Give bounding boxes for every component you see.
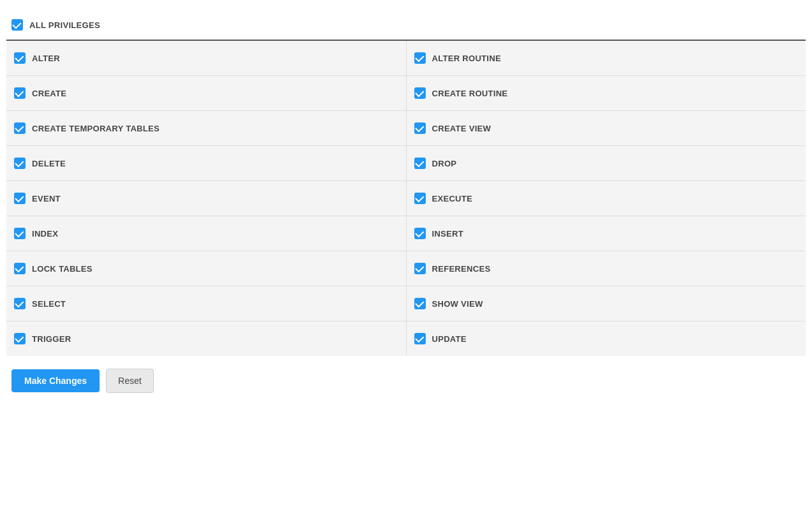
privilege-label-left-1: CREATE — [32, 89, 66, 98]
privilege-checkbox-left-4[interactable] — [14, 193, 26, 204]
table-row: CREATE TEMPORARY TABLESCREATE VIEW — [6, 111, 806, 146]
privilege-checkbox-right-0[interactable] — [414, 52, 426, 64]
privilege-checkbox-left-8[interactable] — [14, 333, 26, 344]
privilege-checkbox-wrapper-right-2: CREATE VIEW — [414, 122, 492, 134]
privilege-checkbox-right-5[interactable] — [414, 228, 426, 239]
privilege-cell-left-8: TRIGGER — [6, 321, 407, 356]
privilege-cell-left-0: ALTER — [6, 41, 407, 75]
table-row: INDEXINSERT — [6, 216, 806, 251]
table-row: DELETEDROP — [6, 146, 806, 181]
privilege-checkbox-wrapper-left-0: ALTER — [14, 52, 60, 64]
privilege-checkbox-right-6[interactable] — [414, 263, 426, 274]
privilege-label-left-7: SELECT — [32, 299, 66, 309]
privilege-label-right-5: INSERT — [432, 229, 463, 239]
privilege-checkbox-right-2[interactable] — [414, 122, 426, 134]
privilege-cell-right-8: UPDATE — [407, 321, 806, 356]
privilege-cell-right-7: SHOW VIEW — [407, 286, 806, 321]
privilege-label-left-5: INDEX — [32, 229, 58, 239]
privilege-label-left-0: ALTER — [32, 54, 60, 63]
privilege-checkbox-wrapper-right-6: REFERENCES — [414, 263, 491, 274]
table-row: SELECTSHOW VIEW — [6, 286, 806, 321]
privilege-checkbox-left-3[interactable] — [14, 158, 26, 169]
privilege-cell-right-3: DROP — [407, 146, 806, 180]
privilege-checkbox-wrapper-left-3: DELETE — [14, 158, 66, 169]
privilege-label-right-1: CREATE ROUTINE — [432, 89, 508, 98]
all-privileges-checkbox[interactable] — [11, 19, 23, 31]
privilege-checkbox-left-5[interactable] — [14, 228, 26, 239]
privilege-label-right-7: SHOW VIEW — [432, 299, 483, 309]
privilege-cell-left-6: LOCK TABLES — [6, 251, 407, 286]
privilege-label-left-8: TRIGGER — [32, 334, 71, 344]
privilege-checkbox-left-6[interactable] — [14, 263, 26, 274]
privilege-cell-right-0: ALTER ROUTINE — [407, 41, 806, 75]
privilege-label-right-6: REFERENCES — [432, 264, 491, 274]
privilege-checkbox-right-4[interactable] — [414, 193, 426, 204]
privilege-checkbox-right-1[interactable] — [414, 87, 426, 99]
privileges-grid: ALTERALTER ROUTINECREATECREATE ROUTINECR… — [6, 41, 806, 356]
privilege-cell-left-7: SELECT — [6, 286, 407, 321]
privilege-label-left-6: LOCK TABLES — [32, 264, 93, 274]
privilege-cell-left-4: EVENT — [6, 181, 407, 216]
page-container: ALL PRIVILEGES ALTERALTER ROUTINECREATEC… — [0, 0, 812, 523]
reset-button[interactable]: Reset — [106, 369, 154, 393]
table-row: EVENTEXECUTE — [6, 181, 806, 216]
privilege-checkbox-left-1[interactable] — [14, 87, 26, 99]
privilege-checkbox-wrapper-left-7: SELECT — [14, 298, 66, 309]
privilege-cell-right-6: REFERENCES — [407, 251, 806, 286]
privilege-label-right-2: CREATE VIEW — [432, 124, 492, 133]
privilege-label-right-3: DROP — [432, 159, 457, 168]
privilege-checkbox-wrapper-left-8: TRIGGER — [14, 333, 71, 344]
privilege-checkbox-wrapper-right-4: EXECUTE — [414, 193, 473, 204]
privilege-cell-left-5: INDEX — [6, 216, 407, 251]
privilege-checkbox-wrapper-left-2: CREATE TEMPORARY TABLES — [14, 122, 160, 134]
privilege-checkbox-wrapper-right-0: ALTER ROUTINE — [414, 52, 501, 64]
privilege-cell-left-2: CREATE TEMPORARY TABLES — [6, 111, 407, 145]
privilege-label-left-4: EVENT — [32, 194, 61, 203]
privilege-checkbox-wrapper-right-3: DROP — [414, 158, 457, 169]
privilege-label-left-3: DELETE — [32, 159, 66, 168]
privilege-label-right-4: EXECUTE — [432, 194, 473, 203]
privilege-cell-right-1: CREATE ROUTINE — [407, 76, 806, 110]
privilege-checkbox-left-2[interactable] — [14, 122, 26, 134]
privilege-cell-right-4: EXECUTE — [407, 181, 806, 216]
table-row: LOCK TABLESREFERENCES — [6, 251, 806, 286]
all-privileges-row: ALL PRIVILEGES — [6, 13, 806, 41]
footer-row: Make Changes Reset — [6, 356, 806, 399]
privilege-checkbox-wrapper-left-5: INDEX — [14, 228, 58, 239]
table-row: TRIGGERUPDATE — [6, 321, 806, 356]
all-privileges-checkbox-wrapper: ALL PRIVILEGES — [11, 19, 100, 31]
privilege-checkbox-wrapper-right-5: INSERT — [414, 228, 463, 239]
privilege-checkbox-right-3[interactable] — [414, 158, 426, 169]
privilege-cell-left-3: DELETE — [6, 146, 407, 180]
make-changes-button[interactable]: Make Changes — [11, 369, 100, 392]
privilege-cell-left-1: CREATE — [6, 76, 407, 110]
privilege-checkbox-left-0[interactable] — [14, 52, 26, 64]
privilege-checkbox-wrapper-right-7: SHOW VIEW — [414, 298, 483, 309]
privilege-label-right-8: UPDATE — [432, 334, 467, 344]
privilege-checkbox-right-7[interactable] — [414, 298, 426, 309]
all-privileges-label: ALL PRIVILEGES — [29, 20, 100, 30]
privilege-label-left-2: CREATE TEMPORARY TABLES — [32, 124, 160, 133]
privilege-checkbox-wrapper-left-4: EVENT — [14, 193, 61, 204]
table-row: CREATECREATE ROUTINE — [6, 76, 806, 111]
privilege-cell-right-2: CREATE VIEW — [407, 111, 806, 145]
privilege-label-right-0: ALTER ROUTINE — [432, 54, 501, 63]
privilege-checkbox-left-7[interactable] — [14, 298, 26, 309]
privilege-checkbox-right-8[interactable] — [414, 333, 426, 344]
privilege-checkbox-wrapper-right-8: UPDATE — [414, 333, 467, 344]
privilege-checkbox-wrapper-left-1: CREATE — [14, 87, 66, 99]
privilege-checkbox-wrapper-right-1: CREATE ROUTINE — [414, 87, 508, 99]
privilege-cell-right-5: INSERT — [407, 216, 806, 251]
privilege-checkbox-wrapper-left-6: LOCK TABLES — [14, 263, 93, 274]
table-row: ALTERALTER ROUTINE — [6, 41, 806, 76]
